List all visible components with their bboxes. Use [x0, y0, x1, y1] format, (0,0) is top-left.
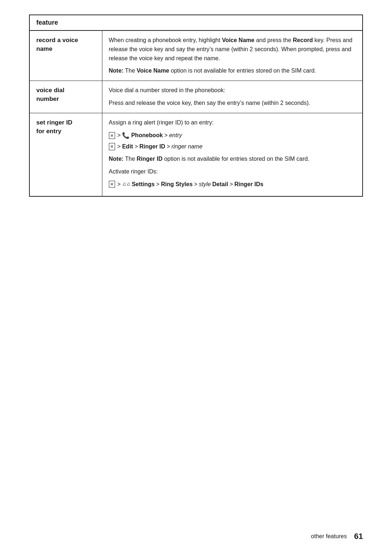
menu-entry: entry — [169, 131, 182, 140]
desc-paragraph: When creating a phonebook entry, highlig… — [109, 36, 356, 63]
settings-icon: ♫♫ — [122, 180, 130, 188]
feature-label-voice-name: record a voicename — [29, 30, 102, 81]
menu-label: Ring Styles — [161, 180, 192, 189]
table-row: set ringer IDfor entry Assign a ring ale… — [29, 113, 363, 196]
menu-entry: ringer name — [171, 142, 202, 151]
page-number: 61 — [354, 532, 363, 541]
feature-desc-voice-name: When creating a phonebook entry, highlig… — [102, 30, 363, 81]
arrow-text: > — [194, 180, 197, 189]
bold-text: Ringer ID — [137, 156, 163, 162]
page-footer: other features 61 — [0, 524, 392, 552]
bold-text: Voice Name — [222, 37, 254, 43]
feature-label-voice-dial: voice dialnumber — [29, 81, 102, 113]
menu-label: Phonebook — [131, 131, 163, 140]
arrow-text: > — [229, 180, 233, 189]
arrow-text: > — [117, 131, 121, 140]
arrow-text: > — [135, 142, 138, 151]
menu-line-edit-ringer: ≡ > Edit > Ringer ID > ringer name — [109, 142, 356, 151]
arrow-text: > — [167, 142, 170, 151]
footer-label: other features — [311, 533, 347, 540]
feature-text: record a voicename — [36, 37, 78, 52]
table-header-feature: feature — [29, 15, 363, 30]
arrow-text: > — [117, 180, 121, 189]
menu-label: Settings — [132, 180, 155, 189]
table-row: record a voicename When creating a phone… — [29, 30, 363, 81]
menu-label: Ringer IDs — [234, 180, 264, 189]
desc-paragraph: Activate ringer IDs: — [109, 167, 356, 176]
desc-paragraph: Voice dial a number stored in the phoneb… — [109, 86, 356, 95]
menu-label: Ringer ID — [139, 142, 165, 151]
bold-text: Voice Name — [137, 68, 170, 74]
note-block: Note: The Voice Name option is not avail… — [109, 66, 356, 75]
arrow-text: > — [117, 142, 121, 151]
menu-icon: ≡ — [109, 143, 115, 150]
bold-text: Record — [293, 37, 313, 43]
feature-text: set ringer IDfor entry — [36, 119, 72, 135]
desc-paragraph: Assign a ring alert (ringer ID) to an en… — [109, 118, 356, 127]
note-label: Note: — [109, 68, 124, 74]
menu-label: Detail — [212, 180, 228, 189]
menu-label: Edit — [122, 142, 133, 151]
menu-line-phonebook: ≡ > 📞 Phonebook > entry — [109, 131, 356, 140]
phonebook-icon: 📞 — [122, 131, 130, 140]
note-label: Note: — [109, 156, 124, 162]
menu-icon: ≡ — [109, 181, 115, 188]
arrow-text: > — [164, 131, 168, 140]
feature-desc-ringer-id: Assign a ring alert (ringer ID) to an en… — [102, 113, 363, 196]
table-row: voice dialnumber Voice dial a number sto… — [29, 81, 363, 113]
feature-desc-voice-dial: Voice dial a number stored in the phoneb… — [102, 81, 363, 113]
desc-paragraph: Press and release the voice key, then sa… — [109, 99, 356, 108]
menu-entry: style — [199, 180, 211, 189]
feature-text: voice dialnumber — [36, 87, 64, 102]
feature-table: feature record a voicename When creating… — [29, 15, 363, 197]
feature-label-ringer-id: set ringer IDfor entry — [29, 113, 102, 196]
note-block: Note: The Ringer ID option is not availa… — [109, 155, 356, 164]
arrow-text: > — [156, 180, 159, 189]
menu-icon: ≡ — [109, 132, 115, 139]
menu-line-ring-styles: ≡ > ♫♫ Settings > Ring Styles > style De… — [109, 180, 356, 189]
